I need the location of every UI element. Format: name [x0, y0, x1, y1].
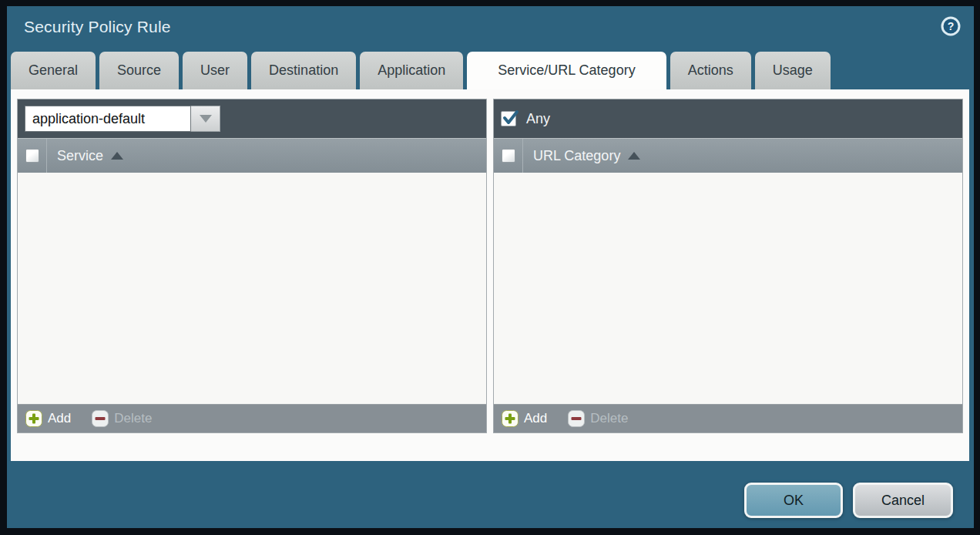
cancel-button[interactable]: Cancel: [853, 483, 953, 518]
tab-usage[interactable]: Usage: [755, 52, 831, 89]
service-panel-footer: Add Delete: [18, 404, 486, 432]
minus-icon: [92, 410, 109, 427]
dialog-title: Security Policy Rule: [24, 18, 171, 36]
url-category-column-header: URL Category: [494, 138, 962, 173]
tab-content-service-url-category: application-default Service: [11, 89, 969, 461]
sort-ascending-icon[interactable]: [628, 152, 640, 160]
tab-user[interactable]: User: [183, 52, 247, 89]
service-type-dropdown-value[interactable]: application-default: [25, 106, 191, 132]
checkmark-icon: [502, 109, 520, 127]
tab-destination[interactable]: Destination: [251, 52, 356, 89]
tab-general[interactable]: General: [11, 52, 96, 89]
service-add-button[interactable]: Add: [25, 410, 71, 427]
url-category-select-all-checkbox[interactable]: [502, 149, 515, 163]
plus-icon: [502, 410, 519, 427]
security-policy-rule-dialog: Security Policy Rule ? General Source Us…: [7, 6, 974, 528]
plus-icon: [25, 410, 42, 427]
tab-actions[interactable]: Actions: [670, 52, 751, 89]
sort-ascending-icon[interactable]: [111, 152, 123, 160]
tab-application[interactable]: Application: [360, 52, 463, 89]
any-checkbox[interactable]: [501, 111, 516, 126]
help-icon[interactable]: ?: [940, 15, 962, 37]
service-list: [18, 173, 486, 404]
tab-bar: General Source User Destination Applicat…: [11, 52, 831, 89]
service-panel-header: application-default: [18, 99, 486, 138]
url-category-delete-button[interactable]: Delete: [568, 410, 628, 427]
url-category-add-label: Add: [524, 411, 547, 426]
tab-service-url-category[interactable]: Service/URL Category: [467, 52, 666, 89]
url-category-list: [494, 173, 962, 404]
dialog-actions: OK Cancel: [744, 483, 953, 518]
tab-source[interactable]: Source: [99, 52, 179, 89]
url-category-add-button[interactable]: Add: [502, 410, 547, 427]
ok-button[interactable]: OK: [744, 483, 843, 518]
minus-icon: [568, 410, 585, 427]
url-category-panel: Any URL Category Add: [493, 99, 963, 433]
chevron-down-icon: [200, 115, 212, 123]
service-type-dropdown-button[interactable]: [191, 106, 220, 132]
titlebar: Security Policy Rule ?: [7, 6, 974, 51]
service-type-dropdown[interactable]: application-default: [25, 106, 220, 132]
url-category-column-label: URL Category: [533, 148, 620, 164]
url-category-delete-label: Delete: [590, 411, 628, 426]
service-delete-label: Delete: [114, 411, 152, 426]
any-label: Any: [526, 111, 550, 127]
service-delete-button[interactable]: Delete: [92, 410, 152, 427]
service-column-label: Service: [57, 148, 103, 164]
service-add-label: Add: [48, 411, 71, 426]
service-select-all-cell: [18, 139, 47, 173]
service-panel: application-default Service: [17, 99, 487, 433]
url-category-panel-header: Any: [494, 99, 962, 138]
service-column-header: Service: [18, 138, 486, 173]
url-category-panel-footer: Add Delete: [494, 404, 962, 432]
url-category-select-all-cell: [494, 139, 523, 173]
service-select-all-checkbox[interactable]: [25, 149, 39, 163]
svg-text:?: ?: [948, 20, 955, 32]
